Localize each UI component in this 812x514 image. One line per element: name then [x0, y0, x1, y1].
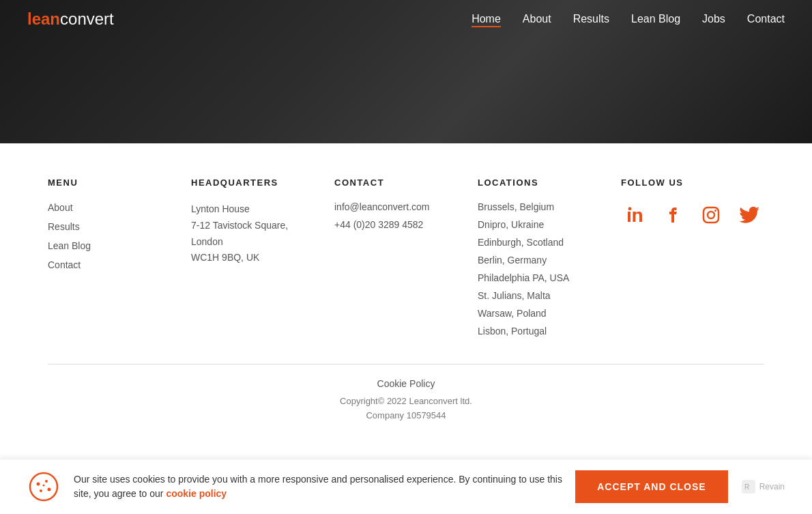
svg-point-6 — [45, 480, 48, 483]
logo[interactable]: leanconvert — [27, 10, 114, 29]
hq-line1: Lynton House — [191, 203, 250, 214]
location-dnipro: Dnipro, Ukraine — [478, 219, 621, 230]
linkedin-icon[interactable] — [621, 201, 648, 229]
menu-item-results[interactable]: Results — [48, 220, 191, 233]
facebook-icon[interactable] — [659, 201, 686, 229]
contact-email[interactable]: info@leanconvert.com — [334, 201, 478, 212]
hq-address: Lynton House 7-12 Tavistock Square, Lond… — [191, 201, 334, 266]
locations-list: Brussels, Belgium Dnipro, Ukraine Edinbu… — [478, 201, 621, 337]
social-icons — [621, 201, 764, 229]
footer-col-locations: LOCATIONS Brussels, Belgium Dnipro, Ukra… — [478, 177, 621, 343]
svg-point-9 — [43, 485, 45, 487]
nav-item-about[interactable]: About — [523, 13, 551, 25]
svg-rect-1 — [704, 208, 719, 223]
menu-item-contact[interactable]: Contact — [48, 259, 191, 271]
menu-list: About Results Lean Blog Contact — [48, 201, 191, 271]
footer-columns: MENU About Results Lean Blog Contact HEA… — [48, 177, 764, 343]
nav-link-about[interactable]: About — [523, 13, 551, 25]
location-berlin: Berlin, Germany — [478, 255, 621, 266]
accept-close-button[interactable]: ACCEPT AND CLOSE — [575, 470, 727, 503]
copyright-line1: Copyright© 2022 Leanconvert ltd. — [48, 395, 764, 409]
nav-item-results[interactable]: Results — [573, 13, 609, 25]
hq-line4: WC1H 9BQ, UK — [191, 252, 259, 263]
contact-phone[interactable]: +44 (0)20 3289 4582 — [334, 219, 478, 230]
footer-divider — [48, 364, 764, 365]
hero-section: leanconvert Home About Results Lean Blog… — [0, 0, 812, 143]
cookie-text: Our site uses cookies to provide you wit… — [74, 472, 575, 501]
nav-item-contact[interactable]: Contact — [747, 13, 785, 25]
menu-heading: MENU — [48, 177, 191, 188]
locations-heading: LOCATIONS — [478, 177, 621, 188]
navbar: leanconvert Home About Results Lean Blog… — [0, 0, 812, 38]
nav-link-lean-blog[interactable]: Lean Blog — [631, 13, 680, 25]
svg-point-4 — [30, 473, 57, 500]
cookie-policy-link[interactable]: Cookie Policy — [48, 378, 764, 389]
nav-link-results[interactable]: Results — [573, 13, 609, 25]
nav-item-jobs[interactable]: Jobs — [702, 13, 725, 25]
location-philadelphia: Philadelphia PA, USA — [478, 272, 621, 283]
copyright-line2: Company 10579544 — [48, 409, 764, 423]
svg-text:R: R — [744, 483, 749, 491]
logo-convert: convert — [60, 10, 114, 29]
footer-col-social: FOLLOW US — [621, 177, 764, 343]
nav-link-home[interactable]: Home — [472, 13, 501, 27]
location-st-julians: St. Julians, Malta — [478, 290, 621, 301]
svg-point-3 — [714, 210, 716, 212]
contact-info: info@leanconvert.com +44 (0)20 3289 4582 — [334, 201, 478, 230]
revain-badge: R Revain — [742, 480, 785, 494]
hq-line2: 7-12 Tavistock Square, — [191, 220, 288, 231]
location-brussels: Brussels, Belgium — [478, 201, 621, 212]
svg-point-8 — [40, 489, 42, 492]
hq-line3: London — [191, 236, 223, 247]
nav-links: Home About Results Lean Blog Jobs Contac… — [472, 13, 785, 25]
menu-item-lean-blog[interactable]: Lean Blog — [48, 240, 191, 252]
svg-point-5 — [37, 483, 40, 486]
svg-point-7 — [48, 488, 51, 491]
nav-link-contact[interactable]: Contact — [747, 13, 785, 25]
location-lisbon: Lisbon, Portugal — [478, 326, 621, 337]
logo-lean: lean — [27, 10, 60, 29]
footer-col-contact: CONTACT info@leanconvert.com +44 (0)20 3… — [334, 177, 478, 343]
footer-col-hq: HEADQUARTERS Lynton House 7-12 Tavistock… — [191, 177, 334, 343]
cookie-left: Our site uses cookies to provide you wit… — [27, 470, 575, 503]
nav-item-home[interactable]: Home — [472, 13, 501, 25]
nav-link-jobs[interactable]: Jobs — [702, 13, 725, 25]
footer-bottom: Cookie Policy Copyright© 2022 Leanconver… — [48, 378, 764, 437]
contact-heading: CONTACT — [334, 177, 478, 188]
instagram-icon[interactable] — [697, 201, 725, 229]
location-warsaw: Warsaw, Poland — [478, 308, 621, 319]
footer: MENU About Results Lean Blog Contact HEA… — [0, 143, 812, 457]
cookie-icon — [27, 470, 60, 503]
svg-point-2 — [708, 212, 714, 218]
twitter-icon[interactable] — [736, 201, 763, 229]
menu-item-about[interactable]: About — [48, 201, 191, 214]
cookie-policy-text-link[interactable]: cookie policy — [166, 488, 227, 499]
footer-col-menu: MENU About Results Lean Blog Contact — [48, 177, 191, 343]
location-edinburgh: Edinburgh, Scotland — [478, 237, 621, 248]
follow-us-heading: FOLLOW US — [621, 177, 764, 188]
revain-label: Revain — [759, 482, 785, 491]
nav-item-lean-blog[interactable]: Lean Blog — [631, 13, 680, 25]
cookie-text-before: Our site uses cookies to provide you wit… — [74, 474, 562, 499]
hq-heading: HEADQUARTERS — [191, 177, 334, 188]
cookie-banner: Our site uses cookies to provide you wit… — [0, 459, 812, 514]
